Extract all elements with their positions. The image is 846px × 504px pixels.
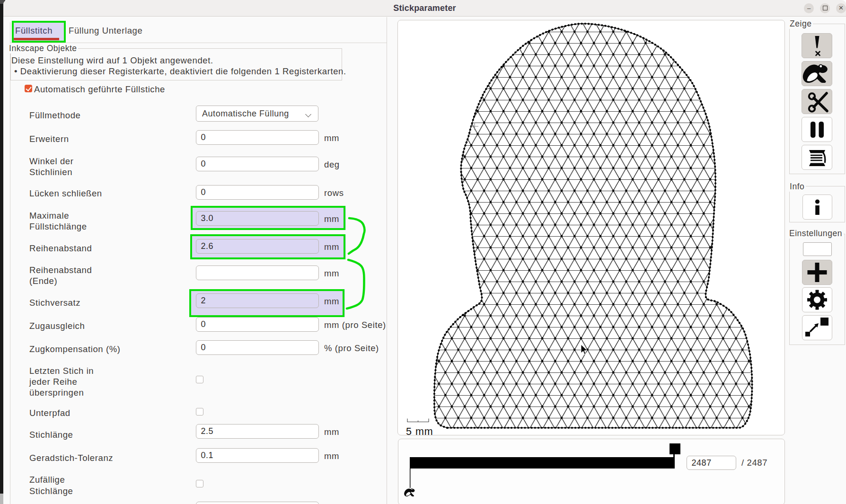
svg-text:5 mm: 5 mm xyxy=(406,426,433,435)
